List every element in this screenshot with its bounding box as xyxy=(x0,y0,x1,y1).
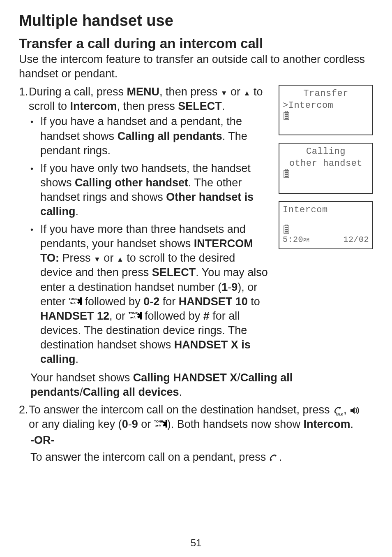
or-divider: -OR- xyxy=(30,434,373,447)
lcd-line: Intercom xyxy=(283,204,369,216)
text-bold: 1 xyxy=(221,281,228,293)
tone-star-icon: TONEa▸A✱ xyxy=(129,311,142,320)
call-icon xyxy=(269,454,279,462)
svg-rect-13 xyxy=(285,172,288,173)
svg-text:TALK: TALK xyxy=(336,413,343,416)
svg-text:✱: ✱ xyxy=(137,311,142,320)
svg-text:a▸A: a▸A xyxy=(155,424,161,427)
intro-paragraph: Use the intercom feature to transfer an … xyxy=(19,52,373,81)
text-bold: 9 xyxy=(231,281,238,293)
lcd-display-transfer: Transfer >Intercom xyxy=(279,85,373,135)
tone-star-icon: TONEa▸A✱ xyxy=(154,419,167,429)
text: followed by xyxy=(82,295,143,308)
lcd-line: Calling xyxy=(283,146,369,158)
step-1-text: During a call, press MENU, then press or… xyxy=(29,85,268,114)
text: or xyxy=(228,86,244,98)
text: / xyxy=(80,386,83,398)
svg-rect-9 xyxy=(285,116,288,117)
bullet-icon: • xyxy=(30,222,40,235)
bullet-icon: • xyxy=(30,161,40,174)
select-label: SELECT xyxy=(152,266,196,278)
bullet-2: If you have only two handsets, the hands… xyxy=(40,161,268,219)
text: - xyxy=(228,281,231,293)
step-1-number: 1. xyxy=(19,85,29,99)
text: , xyxy=(344,404,350,416)
text: During a call, press xyxy=(29,86,127,98)
text: followed by xyxy=(142,310,203,322)
text-bold: Calling HANDSET X xyxy=(133,371,238,384)
text-bold: Calling all devices xyxy=(83,386,179,398)
select-label: SELECT xyxy=(178,100,222,112)
lcd-display-intercom: Intercom 5:20PM 12/02 xyxy=(279,201,373,250)
up-arrow-icon xyxy=(117,251,124,265)
battery-icon xyxy=(283,169,290,180)
text: . xyxy=(350,418,353,430)
text-bold: HANDSET 10 xyxy=(179,295,248,308)
tone-star-icon: TONEa▸A✱ xyxy=(69,296,82,306)
svg-rect-18 xyxy=(285,227,288,228)
up-arrow-icon xyxy=(244,85,251,99)
svg-rect-14 xyxy=(285,174,288,175)
text-bold: HANDSET 12 xyxy=(40,310,109,322)
text: . xyxy=(76,353,79,365)
intercom-label: Intercom xyxy=(70,100,117,112)
lcd-line: other handset xyxy=(283,158,369,170)
battery-icon xyxy=(283,111,290,122)
lcd-line: Transfer xyxy=(283,88,369,100)
svg-rect-8 xyxy=(285,114,288,115)
svg-text:a▸A: a▸A xyxy=(130,316,136,319)
bullet-1: If you have a handset and a pendant, the… xyxy=(40,114,268,158)
svg-rect-15 xyxy=(285,176,288,177)
pendant-answer-text: To answer the intercom call on a pendant… xyxy=(30,450,373,464)
text-bold: Calling other handset xyxy=(75,176,188,189)
page-title: Multiple handset use xyxy=(19,12,373,30)
down-arrow-icon xyxy=(94,251,101,265)
text: . xyxy=(76,205,79,218)
text-bold: 0 xyxy=(143,295,150,308)
text-bold: 9 xyxy=(132,418,138,430)
lcd-time: 5:20PM xyxy=(283,235,309,244)
phone-talk-icon: TALK xyxy=(333,405,344,416)
bullet-icon: • xyxy=(30,114,40,127)
lcd-line: >Intercom xyxy=(283,100,369,112)
speaker-icon xyxy=(350,406,360,415)
text-bold: 0 xyxy=(122,418,128,430)
step-2-number: 2. xyxy=(19,403,29,417)
step-2-text: To answer the intercom call on the desti… xyxy=(29,403,373,432)
text: , or xyxy=(109,310,129,322)
text: for xyxy=(159,295,179,308)
text: or any dialing key ( xyxy=(29,418,122,430)
text-bold: Intercom xyxy=(303,418,350,430)
svg-text:✱: ✱ xyxy=(162,419,167,429)
text-bold: # xyxy=(203,310,210,322)
section-title: Transfer a call during an intercom call xyxy=(19,35,373,52)
menu-label: MENU xyxy=(127,86,160,98)
svg-rect-20 xyxy=(285,231,288,232)
text: Press xyxy=(59,252,94,264)
text: . xyxy=(222,100,225,112)
text-bold: Calling all pendants xyxy=(118,130,222,142)
svg-rect-19 xyxy=(285,229,288,230)
page-number: 51 xyxy=(0,537,392,549)
lcd-date: 12/02 xyxy=(343,235,369,244)
bullet-3: If you have more than three handsets and… xyxy=(40,222,268,367)
step-1-summary: Your handset shows Calling HANDSET X/Cal… xyxy=(30,371,373,399)
svg-rect-10 xyxy=(285,118,288,119)
text: - xyxy=(128,418,132,430)
text: , then press xyxy=(117,100,178,112)
lcd-display-calling: Calling other handset xyxy=(279,143,373,193)
text: , then press xyxy=(159,86,221,98)
text: to xyxy=(248,295,260,308)
text: To answer the intercom call on the desti… xyxy=(29,404,333,416)
svg-text:✱: ✱ xyxy=(77,296,82,306)
text: . xyxy=(279,451,282,463)
text: / xyxy=(237,371,240,384)
text: . xyxy=(179,386,182,398)
text: - xyxy=(150,295,153,308)
text: or xyxy=(138,418,154,430)
down-arrow-icon xyxy=(221,85,228,99)
text: or xyxy=(101,252,117,264)
text: To answer the intercom call on a pendant… xyxy=(30,451,269,463)
battery-icon xyxy=(283,225,290,236)
svg-text:a▸A: a▸A xyxy=(70,301,76,305)
